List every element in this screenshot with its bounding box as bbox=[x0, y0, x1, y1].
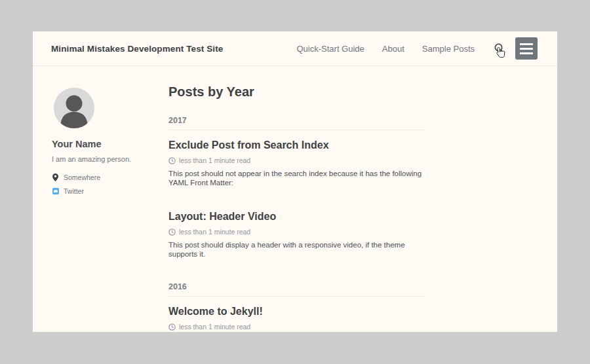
hamburger-icon bbox=[520, 43, 533, 45]
site-page: Minimal Mistakes Development Test Site Q… bbox=[33, 31, 557, 332]
nav-item-sample-posts[interactable]: Sample Posts bbox=[422, 44, 475, 54]
author-name: Your Name bbox=[52, 139, 155, 149]
twitter-icon bbox=[52, 188, 59, 194]
post-excerpt: This post should not appear in the searc… bbox=[168, 169, 424, 187]
read-time: less than 1 minute read bbox=[179, 156, 250, 164]
author-twitter-link[interactable]: Twitter bbox=[52, 187, 155, 195]
archive-main: Posts by Year 2017 Exclude Post from Sea… bbox=[168, 66, 424, 332]
nav-item-quick-start-guide[interactable]: Quick-Start Guide bbox=[296, 44, 364, 54]
year-heading: 2016 bbox=[168, 282, 424, 297]
clock-icon bbox=[168, 228, 176, 236]
post-meta: less than 1 minute read bbox=[168, 228, 424, 236]
page-title: Posts by Year bbox=[168, 84, 424, 100]
author-sidebar: Your Name I am an amazing person. Somewh… bbox=[33, 66, 168, 332]
post-meta: less than 1 minute read bbox=[168, 156, 424, 164]
year-section-2016: 2016 Welcome to Jekyll! less than 1 minu… bbox=[168, 282, 424, 332]
post-entry: Welcome to Jekyll! less than 1 minute re… bbox=[168, 306, 424, 332]
author-bio: I am an amazing person. bbox=[52, 155, 155, 163]
post-excerpt: This post should display a header with a… bbox=[168, 240, 424, 259]
year-section-2017: 2017 Exclude Post from Search Index less… bbox=[168, 116, 424, 259]
masthead: Minimal Mistakes Development Test Site Q… bbox=[33, 31, 557, 66]
year-heading: 2017 bbox=[168, 116, 424, 130]
search-button[interactable] bbox=[494, 43, 505, 54]
clock-icon bbox=[168, 157, 176, 164]
author-twitter-label: Twitter bbox=[64, 187, 84, 195]
read-time: less than 1 minute read bbox=[179, 323, 250, 331]
hamburger-menu-button[interactable] bbox=[515, 37, 538, 60]
post-title-link[interactable]: Layout: Header Video bbox=[168, 211, 424, 223]
search-icon bbox=[494, 43, 505, 54]
masthead-nav: Quick-Start Guide About Sample Posts bbox=[279, 37, 538, 60]
avatar bbox=[54, 88, 94, 128]
post-entry: Exclude Post from Search Index less than… bbox=[168, 139, 424, 187]
author-location-link[interactable]: Somewhere bbox=[52, 173, 155, 181]
clock-icon bbox=[168, 323, 176, 331]
read-time: less than 1 minute read bbox=[179, 228, 250, 236]
post-entry: Layout: Header Video less than 1 minute … bbox=[168, 211, 424, 259]
nav-item-about[interactable]: About bbox=[382, 44, 404, 54]
author-location-label: Somewhere bbox=[64, 173, 100, 181]
post-title-link[interactable]: Welcome to Jekyll! bbox=[168, 306, 424, 318]
post-title-link[interactable]: Exclude Post from Search Index bbox=[168, 139, 424, 151]
site-title[interactable]: Minimal Mistakes Development Test Site bbox=[51, 44, 223, 54]
location-pin-icon bbox=[52, 173, 59, 181]
post-meta: less than 1 minute read bbox=[168, 323, 424, 331]
